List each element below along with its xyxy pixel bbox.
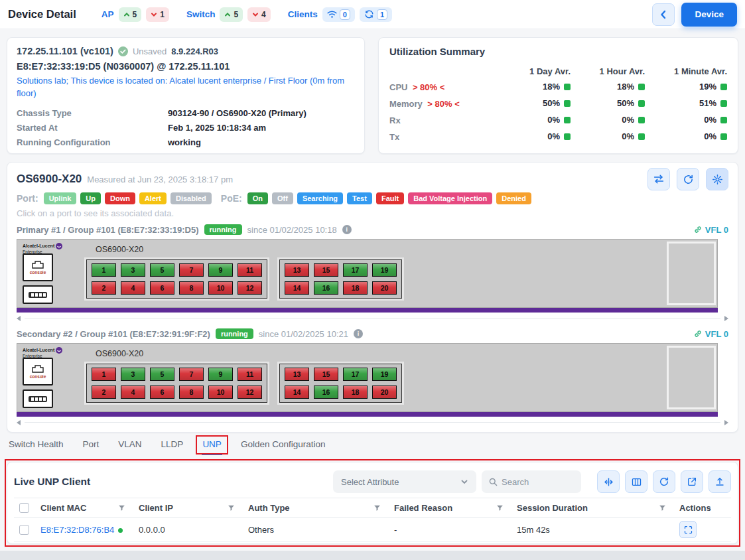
port-8[interactable]: 8 [179, 281, 204, 295]
ap-stats: AP 5 1 [102, 7, 169, 22]
port-5[interactable]: 5 [150, 368, 174, 381]
columns-button[interactable] [625, 470, 647, 493]
port-4[interactable]: 4 [121, 385, 145, 399]
port-16[interactable]: 16 [314, 385, 338, 399]
port-11[interactable]: 11 [237, 263, 262, 277]
tab[interactable]: LLDP [161, 437, 184, 454]
port-3[interactable]: 3 [121, 368, 145, 381]
poe-legend-badge: Searching [297, 192, 343, 204]
port-2[interactable]: 2 [92, 385, 116, 399]
scroll-right-arrow[interactable] [724, 316, 728, 321]
clients-wifi-pill[interactable]: 0 [322, 7, 355, 22]
port-3[interactable]: 3 [121, 263, 145, 277]
status-indicator [564, 84, 571, 90]
select-all-checkbox[interactable] [19, 503, 29, 513]
port-14[interactable]: 14 [285, 385, 309, 399]
port-19[interactable]: 19 [372, 263, 397, 277]
attribute-select[interactable]: Select Attribute [333, 470, 476, 493]
port-11[interactable]: 11 [237, 368, 262, 381]
port-10[interactable]: 10 [208, 281, 233, 295]
port-8[interactable]: 8 [179, 385, 204, 399]
port-10[interactable]: 10 [208, 385, 233, 399]
port-20[interactable]: 20 [372, 385, 397, 399]
vfl-link[interactable]: VFL 0 [693, 225, 728, 235]
scroll-right-arrow[interactable] [724, 420, 728, 425]
port-9[interactable]: 9 [208, 368, 233, 381]
filter-icon[interactable] [228, 504, 235, 512]
port-14[interactable]: 14 [285, 281, 309, 295]
tab[interactable]: VLAN [117, 437, 142, 454]
port-16[interactable]: 16 [314, 281, 338, 295]
port-6[interactable]: 6 [150, 385, 174, 399]
switch-up-pill[interactable]: 5 [220, 7, 243, 22]
port-6[interactable]: 6 [150, 281, 174, 295]
filter-icon[interactable] [659, 504, 666, 512]
back-button[interactable] [652, 3, 675, 26]
port-20[interactable]: 20 [372, 281, 397, 295]
search-box[interactable] [482, 470, 581, 493]
device-button[interactable]: Device [681, 3, 737, 27]
port-13[interactable]: 13 [285, 263, 309, 277]
port-1[interactable]: 1 [92, 263, 116, 277]
scroll-left-arrow[interactable] [17, 316, 21, 321]
port-18[interactable]: 18 [343, 281, 368, 295]
port-9[interactable]: 9 [208, 263, 233, 277]
table-row[interactable]: E8:E7:32:D8:76:B4 0.0.0.0 Others - 15m 4… [14, 518, 731, 542]
port-5[interactable]: 5 [150, 263, 174, 277]
table-header-cell[interactable]: Actions [679, 503, 731, 513]
tab[interactable]: Golden Configuration [240, 437, 326, 454]
port-7[interactable]: 7 [179, 368, 204, 381]
compare-button[interactable] [647, 168, 670, 190]
row-expand-button[interactable] [679, 521, 697, 538]
table-refresh-button[interactable] [653, 470, 675, 493]
ap-label[interactable]: AP [102, 9, 114, 19]
fit-width-button[interactable] [597, 470, 620, 493]
ap-up-pill[interactable]: 5 [119, 7, 142, 22]
port-15[interactable]: 15 [314, 263, 338, 277]
scroll-track[interactable] [25, 318, 720, 318]
export-button[interactable] [681, 470, 703, 493]
filter-icon[interactable] [496, 504, 504, 512]
info-icon[interactable] [354, 329, 363, 338]
filter-icon[interactable] [118, 504, 125, 512]
settings-button[interactable] [706, 168, 728, 190]
port-7[interactable]: 7 [179, 263, 204, 277]
table-header-cell[interactable]: Client MAC [40, 503, 139, 513]
table-header-cell[interactable]: Client IP [139, 503, 248, 513]
port-12[interactable]: 12 [237, 385, 262, 399]
filter-icon[interactable] [373, 504, 381, 512]
port-17[interactable]: 17 [343, 263, 368, 277]
port-13[interactable]: 13 [285, 368, 309, 381]
port-4[interactable]: 4 [121, 281, 145, 295]
upload-button[interactable] [709, 470, 731, 493]
port-18[interactable]: 18 [343, 385, 368, 399]
port-2[interactable]: 2 [92, 281, 116, 295]
switch-down-pill[interactable]: 4 [247, 7, 271, 22]
tab[interactable]: Port [82, 437, 100, 454]
refresh-button[interactable] [677, 168, 699, 190]
device-location-link[interactable]: Solutions lab; This device is located on… [17, 75, 355, 100]
port-19[interactable]: 19 [372, 368, 397, 381]
row-checkbox[interactable] [19, 525, 29, 535]
port-15[interactable]: 15 [314, 368, 338, 381]
scroll-track[interactable] [25, 422, 720, 423]
vfl-link[interactable]: VFL 0 [693, 329, 728, 339]
port-17[interactable]: 17 [343, 368, 368, 381]
table-header-cell[interactable]: Failed Reason [394, 503, 517, 513]
table-header-cell[interactable]: Session Duration [517, 503, 679, 513]
chassis-scrollbar[interactable] [17, 314, 728, 322]
search-input[interactable] [502, 477, 568, 487]
table-header-cell[interactable]: Auth Type [248, 503, 394, 513]
switch-label[interactable]: Switch [186, 9, 216, 19]
port-12[interactable]: 12 [237, 281, 262, 295]
tab[interactable]: Switch Health [8, 437, 64, 454]
ap-down-pill[interactable]: 1 [146, 7, 169, 22]
info-icon[interactable] [342, 225, 352, 234]
scroll-left-arrow[interactable] [17, 420, 21, 425]
client-mac-link[interactable]: E8:E7:32:D8:76:B4 [40, 525, 114, 535]
clients-label[interactable]: Clients [288, 9, 318, 19]
chassis-scrollbar[interactable] [17, 418, 728, 427]
port-1[interactable]: 1 [92, 368, 116, 381]
tab[interactable]: UNP [202, 437, 222, 455]
clients-roaming-pill[interactable]: 1 [360, 7, 392, 22]
